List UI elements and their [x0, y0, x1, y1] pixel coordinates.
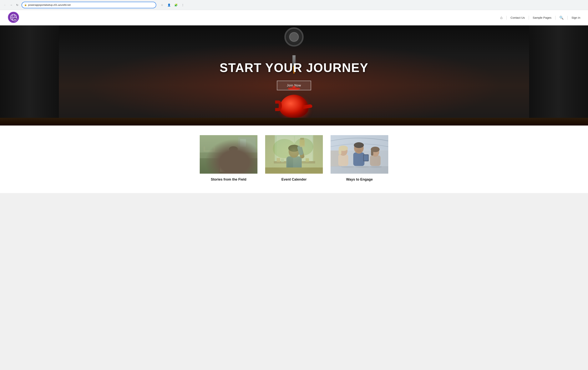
browser-nav-buttons: ← → ↻ [2, 2, 20, 8]
svg-rect-32 [277, 136, 294, 161]
svg-point-20 [229, 146, 238, 156]
svg-rect-28 [240, 159, 243, 167]
svg-rect-47 [281, 159, 284, 162]
card-image-event[interactable] [265, 135, 323, 174]
svg-rect-38 [287, 157, 293, 174]
card-event: Event Calender [265, 135, 323, 182]
svg-point-69 [341, 166, 355, 168]
home-icon[interactable]: ⌂ [500, 15, 503, 20]
profile-button[interactable]: 👤 [166, 2, 172, 8]
back-button[interactable]: ← [2, 2, 8, 8]
website-container: ⌂ Contact Us Sample Pages 🔍 Sign in [0, 10, 588, 193]
svg-rect-27 [221, 158, 235, 167]
cards-section: Stories from the Field [0, 126, 588, 193]
svg-rect-30 [265, 135, 323, 174]
card-stories: Stories from the Field [200, 135, 257, 182]
hero-content: START YOUR JOURNEY Join Now [0, 25, 588, 126]
svg-point-62 [356, 149, 362, 152]
hero-title: START YOUR JOURNEY [220, 61, 368, 75]
browser-actions: ☆ 👤 🧩 ⋮ [159, 2, 186, 8]
svg-rect-37 [286, 156, 302, 174]
ways-image [331, 135, 388, 174]
svg-rect-55 [338, 154, 348, 166]
svg-rect-48 [305, 158, 309, 162]
card-label-stories: Stories from the Field [211, 177, 246, 182]
contact-us-link[interactable]: Contact Us [510, 16, 525, 19]
svg-rect-25 [220, 163, 235, 171]
search-icon[interactable]: 🔍 [559, 16, 564, 20]
svg-rect-65 [370, 155, 381, 166]
card-label-event: Event Calender [281, 177, 306, 182]
sign-in-link[interactable]: Sign in [571, 16, 580, 19]
svg-rect-36 [274, 161, 315, 163]
svg-rect-53 [331, 151, 388, 166]
svg-rect-42 [297, 145, 304, 156]
svg-rect-15 [214, 147, 215, 151]
svg-point-35 [294, 138, 313, 155]
card-ways: Ways to Engage [331, 135, 388, 182]
browser-chrome: ← → ↻ 🔒 powerappsportalsetup.z01.azurefd… [0, 0, 588, 10]
site-nav: ⌂ Contact Us Sample Pages 🔍 Sign in [500, 15, 580, 20]
svg-rect-41 [297, 146, 305, 159]
site-logo[interactable] [8, 11, 19, 24]
hero-section: START YOUR JOURNEY Join Now [0, 25, 588, 126]
svg-rect-49 [265, 167, 323, 174]
site-header: ⌂ Contact Us Sample Pages 🔍 Sign in [0, 10, 588, 25]
svg-rect-11 [200, 158, 257, 174]
svg-point-39 [289, 145, 299, 158]
join-now-button[interactable]: Join Now [277, 81, 311, 90]
svg-point-70 [355, 166, 370, 168]
svg-rect-26 [221, 158, 235, 167]
stories-image [200, 135, 257, 174]
url-text: powerappsportalsetup.z01.azurefd.net [28, 3, 154, 6]
svg-rect-10 [200, 135, 257, 174]
svg-point-21 [229, 146, 238, 152]
svg-point-71 [370, 166, 382, 168]
svg-rect-59 [353, 152, 364, 166]
svg-rect-68 [371, 150, 373, 155]
svg-rect-43 [299, 139, 305, 147]
svg-point-34 [273, 139, 296, 158]
svg-rect-18 [240, 139, 246, 147]
svg-point-66 [371, 147, 379, 157]
address-bar[interactable]: 🔒 powerappsportalsetup.z01.azurefd.net [21, 2, 156, 8]
svg-rect-45 [300, 140, 304, 146]
nav-divider-1 [506, 16, 507, 20]
settings-button[interactable]: ⋮ [180, 2, 186, 8]
svg-rect-63 [363, 154, 369, 161]
svg-point-61 [354, 142, 364, 148]
svg-rect-31 [275, 135, 313, 162]
svg-rect-50 [331, 135, 388, 174]
svg-rect-51 [331, 166, 388, 174]
svg-rect-14 [204, 147, 205, 151]
card-label-ways: Ways to Engage [346, 177, 373, 182]
svg-rect-16 [200, 135, 257, 152]
bookmark-button[interactable]: ☆ [159, 2, 165, 8]
card-image-stories[interactable] [200, 135, 257, 174]
sample-pages-link[interactable]: Sample Pages [533, 16, 552, 19]
svg-rect-54 [331, 151, 342, 166]
nav-divider-2 [529, 16, 529, 20]
svg-rect-58 [339, 149, 341, 154]
svg-rect-23 [219, 163, 236, 173]
lock-icon: 🔒 [24, 4, 27, 6]
card-image-ways[interactable] [331, 135, 388, 174]
forward-button[interactable]: → [9, 2, 14, 8]
event-image [265, 135, 323, 174]
svg-point-40 [288, 145, 300, 152]
svg-point-57 [339, 146, 348, 151]
svg-rect-12 [204, 151, 215, 151]
svg-rect-44 [300, 138, 304, 140]
svg-rect-33 [295, 136, 312, 161]
svg-rect-13 [244, 150, 254, 150]
svg-rect-64 [364, 155, 368, 161]
refresh-button[interactable]: ↻ [15, 2, 20, 8]
svg-rect-29 [241, 158, 242, 160]
svg-rect-17 [238, 137, 255, 152]
svg-rect-24 [220, 162, 235, 172]
svg-point-56 [339, 146, 347, 156]
svg-rect-22 [227, 160, 233, 165]
svg-point-60 [354, 143, 364, 154]
svg-point-67 [371, 147, 380, 152]
extensions-button[interactable]: 🧩 [173, 2, 178, 8]
